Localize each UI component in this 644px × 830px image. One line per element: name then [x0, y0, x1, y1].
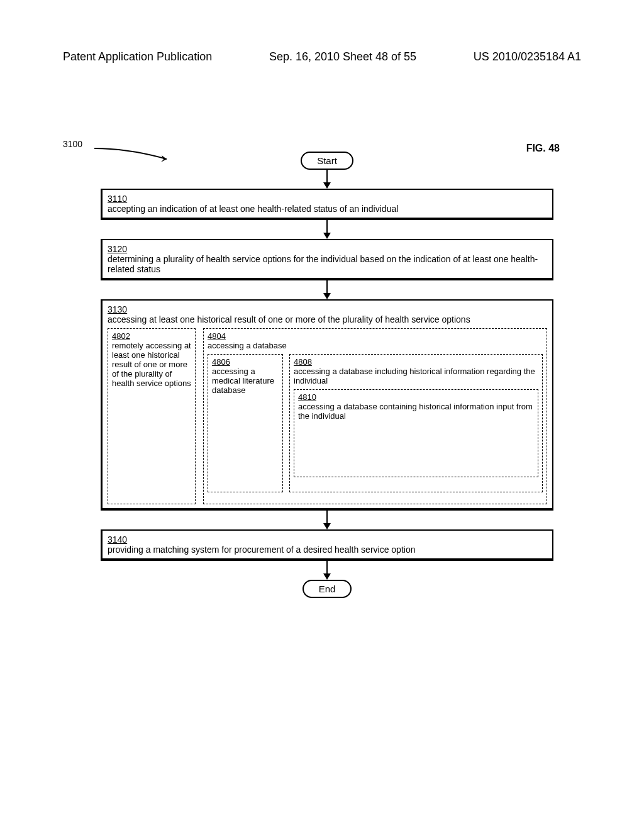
- header-right: US 2010/0235184 A1: [474, 50, 581, 64]
- arrow-icon: [101, 511, 553, 529]
- substep-number: 4802: [112, 331, 191, 341]
- step-number: 3110: [108, 194, 547, 204]
- substep-text: accessing a medical literature database: [212, 367, 274, 395]
- start-terminal: Start: [301, 152, 353, 170]
- flowchart: 3100 FIG. 48 Start 3110 accepting an ind…: [101, 152, 553, 598]
- figure-label: FIG. 48: [526, 143, 560, 154]
- substep-number: 4806: [212, 357, 279, 367]
- substep-number: 4810: [298, 392, 534, 402]
- arrow-icon: [101, 561, 553, 580]
- substep-4804: 4804 accessing a database 4806 accessing…: [203, 328, 547, 504]
- step-text: accepting an indication of at least one …: [108, 204, 398, 214]
- substep-4802: 4802 remotely accessing at least one his…: [108, 328, 196, 504]
- header-left: Patent Application Publication: [63, 50, 212, 64]
- header-center: Sep. 16, 2010 Sheet 48 of 55: [269, 50, 416, 64]
- step-number: 3130: [108, 304, 547, 314]
- substep-text: accessing a database containing historic…: [298, 402, 533, 421]
- step-text: determining a plurality of health servic…: [108, 254, 538, 274]
- step-3110: 3110 accepting an indication of at least…: [101, 189, 553, 220]
- substep-number: 4808: [294, 357, 538, 367]
- reference-arrow: [91, 145, 173, 162]
- page-header: Patent Application Publication Sep. 16, …: [63, 50, 581, 64]
- step-3140: 3140 providing a matching system for pro…: [101, 529, 553, 561]
- step-3130: 3130 accessing at least one historical r…: [101, 299, 553, 511]
- step-number: 3120: [108, 244, 547, 254]
- reference-number: 3100: [63, 139, 82, 149]
- step-number: 3140: [108, 534, 547, 545]
- substep-number: 4804: [208, 331, 543, 341]
- step-3120: 3120 determining a plurality of health s…: [101, 239, 553, 280]
- step-text: providing a matching system for procurem…: [108, 545, 415, 555]
- end-terminal: End: [303, 580, 352, 598]
- arrow-icon: [101, 170, 553, 189]
- arrow-icon: [101, 280, 553, 299]
- substep-4808: 4808 accessing a database including hist…: [289, 354, 543, 492]
- page: Patent Application Publication Sep. 16, …: [0, 0, 644, 830]
- substep-text: remotely accessing at least one historic…: [112, 341, 191, 388]
- step-text: accessing at least one historical result…: [108, 314, 470, 324]
- substep-4806: 4806 accessing a medical literature data…: [208, 354, 283, 492]
- arrow-icon: [101, 220, 553, 239]
- substep-text: accessing a database including historica…: [294, 367, 535, 385]
- substep-4810: 4810 accessing a database containing his…: [294, 389, 538, 477]
- substep-text: accessing a database: [208, 341, 287, 350]
